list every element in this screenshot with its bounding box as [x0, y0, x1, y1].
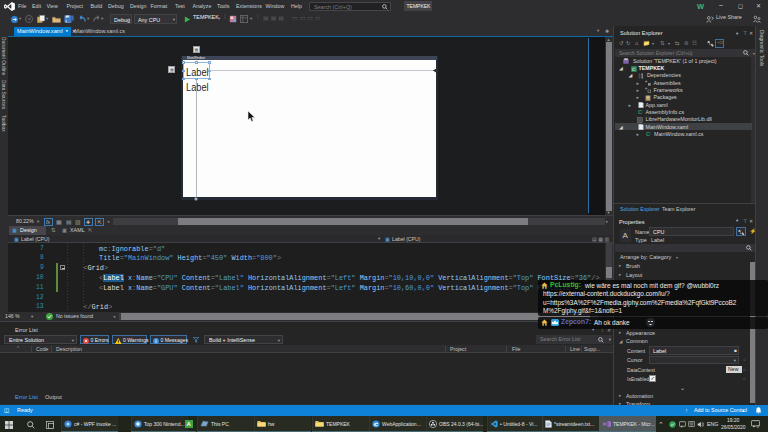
svg-text:2: 2 — [757, 425, 759, 428]
svg-text:#: # — [649, 132, 651, 136]
svg-text:C: C — [631, 66, 634, 71]
svg-text:#: # — [641, 110, 643, 114]
